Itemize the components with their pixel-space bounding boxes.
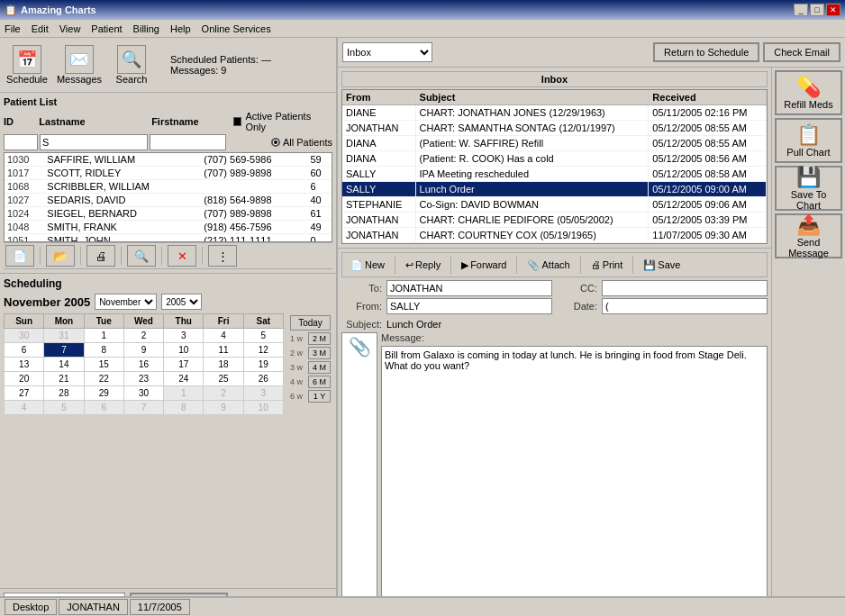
calendar-day[interactable]: 30	[5, 329, 44, 343]
from-input[interactable]	[386, 298, 552, 314]
patient-row[interactable]: 1024 SIEGEL, BERNARD (707) 989-9898 61	[5, 207, 332, 221]
refill-meds-button[interactable]: 💊 Refill Meds	[775, 70, 842, 115]
calendar-day[interactable]: 13	[5, 358, 44, 372]
calendar-day[interactable]: 3	[243, 386, 283, 401]
patient-row[interactable]: 1017 SCOTT, RIDLEY (707) 989-9898 60	[5, 167, 332, 180]
open-folder-button[interactable]: 📂	[46, 245, 75, 267]
close-button[interactable]: ✕	[826, 4, 840, 16]
calendar-day[interactable]: 28	[44, 386, 84, 401]
all-patients-radio[interactable]: All Patients	[271, 137, 332, 148]
schedule-button[interactable]: 📅 Schedule	[5, 42, 50, 87]
new-patient-button[interactable]: 📄	[5, 245, 34, 267]
minimize-button[interactable]: _	[794, 4, 808, 16]
forward-button[interactable]: ▶ Forward	[456, 257, 512, 274]
cc-input[interactable]	[602, 280, 768, 296]
inbox-row[interactable]: JONATHAN CHART: SAMANTHA SONTAG (12/01/1…	[342, 121, 767, 136]
calendar-day[interactable]: 20	[5, 372, 44, 386]
menu-help[interactable]: Help	[170, 23, 191, 34]
calendar-day[interactable]: 5	[44, 401, 84, 415]
patient-row[interactable]: 1068 SCRIBBLER, WILLIAM 6	[5, 180, 332, 194]
search-button[interactable]: 🔍 Search	[109, 42, 154, 87]
inbox-row[interactable]: DIANA (Patient: W. SAFFIRE) Refill 05/12…	[342, 136, 767, 151]
week-button[interactable]: 3 M	[308, 347, 331, 359]
inbox-select[interactable]: Inbox	[342, 42, 432, 62]
firstname-search-input[interactable]	[150, 134, 226, 150]
calendar-day[interactable]: 19	[243, 358, 283, 372]
new-message-button[interactable]: 📄 New	[345, 257, 390, 274]
return-to-schedule-button[interactable]: Return to Schedule	[653, 42, 759, 62]
menu-view[interactable]: View	[59, 23, 81, 34]
year-select[interactable]: 2005	[161, 294, 202, 310]
attach-button[interactable]: 📎 Attach	[522, 257, 575, 274]
pull-chart-button[interactable]: 📋 Pull Chart	[775, 118, 842, 163]
messages-button[interactable]: ✉️ Messages	[57, 42, 102, 87]
maximize-button[interactable]: □	[810, 4, 824, 16]
calendar-day[interactable]: 8	[164, 401, 204, 415]
calendar-day[interactable]: 1	[164, 386, 204, 401]
month-select[interactable]: November	[95, 294, 157, 310]
patient-row[interactable]: 1030 SAFFIRE, WILLIAM (707) 569-5986 59	[5, 153, 332, 167]
calendar-day[interactable]: 10	[243, 401, 283, 415]
save-to-chart-button[interactable]: 💾 Save To Chart	[775, 166, 842, 211]
inbox-row[interactable]: JONATHAN CHART: COURTNEY COX (05/19/1965…	[342, 228, 767, 243]
calendar-day[interactable]: 14	[44, 358, 84, 372]
calendar-day[interactable]: 29	[84, 386, 123, 401]
week-button[interactable]: 1 Y	[308, 390, 331, 403]
calendar-day[interactable]: 27	[5, 386, 44, 401]
reply-button[interactable]: ↩ Reply	[400, 257, 446, 274]
calendar-day[interactable]: 22	[84, 372, 123, 386]
active-patients-checkbox[interactable]: Active Patients Only	[233, 111, 332, 132]
delete-button[interactable]: ✕	[168, 245, 196, 267]
week-button[interactable]: 6 M	[308, 376, 331, 388]
calendar-day[interactable]: 4	[5, 401, 44, 415]
calendar-day[interactable]: 31	[44, 329, 84, 343]
calendar-day[interactable]: 24	[164, 372, 204, 386]
calendar-day[interactable]: 23	[123, 372, 163, 386]
inbox-row[interactable]: DIANA (Patient: R. COOK) Has a cold 05/1…	[342, 151, 767, 167]
week-button[interactable]: 2 M	[308, 332, 331, 345]
lastname-search-input[interactable]	[40, 134, 148, 150]
calendar-day[interactable]: 21	[44, 372, 84, 386]
calendar-day[interactable]: 16	[123, 358, 163, 372]
date-input[interactable]	[602, 298, 768, 314]
calendar-day[interactable]: 5	[243, 329, 283, 343]
calendar-day[interactable]: 11	[204, 343, 243, 358]
message-text-area[interactable]: Bill from Galaxo is coming in today at l…	[381, 346, 768, 612]
calendar-day[interactable]: 9	[204, 401, 243, 415]
save-message-button[interactable]: 💾 Save	[638, 257, 686, 274]
calendar-day[interactable]: 4	[204, 329, 243, 343]
calendar-day[interactable]: 26	[243, 372, 283, 386]
calendar-day[interactable]: 7	[44, 343, 84, 358]
send-message-button[interactable]: 📤 Send Message	[775, 213, 842, 258]
calendar-day[interactable]: 15	[84, 358, 123, 372]
patient-row[interactable]: 1051 SMITH, JOHN (212) 111-1111 0	[5, 234, 332, 243]
inbox-row[interactable]: SALLY Lunch Order 05/12/2005 09:00 AM	[342, 182, 767, 197]
calendar-day[interactable]: 17	[164, 358, 204, 372]
calendar-day[interactable]: 10	[164, 343, 204, 358]
calendar-day[interactable]: 6	[5, 343, 44, 358]
calendar-day[interactable]: 2	[123, 329, 163, 343]
patient-row[interactable]: 1048 SMITH, FRANK (918) 456-7596 49	[5, 221, 332, 234]
menu-edit[interactable]: Edit	[32, 23, 49, 34]
calendar-day[interactable]: 7	[123, 401, 163, 415]
print-message-button[interactable]: 🖨 Print	[586, 257, 629, 273]
menu-file[interactable]: File	[5, 23, 21, 34]
week-button[interactable]: 4 M	[308, 361, 331, 374]
inbox-row[interactable]: STEPHANIE Co-Sign: DAVID BOWMAN 05/12/20…	[342, 197, 767, 213]
inbox-row[interactable]: SALLY IPA Meeting rescheduled 05/12/2005…	[342, 167, 767, 182]
calendar-day[interactable]: 2	[204, 386, 243, 401]
calendar-day[interactable]: 8	[84, 343, 123, 358]
inbox-row[interactable]: DIANE CHART: JONATHAN JONES (12/29/1963)…	[342, 105, 767, 121]
calendar-day[interactable]: 18	[204, 358, 243, 372]
to-input[interactable]	[386, 280, 552, 296]
inbox-row[interactable]: JONATHAN CHART: CHARLIE PEDIFORE (05/05/…	[342, 213, 767, 228]
find-button[interactable]: 🔍	[127, 245, 156, 267]
calendar-day[interactable]: 9	[123, 343, 163, 358]
calendar-day[interactable]: 6	[84, 401, 123, 415]
menu-billing[interactable]: Billing	[133, 23, 159, 34]
today-button[interactable]: Today	[290, 315, 331, 331]
window-controls[interactable]: _ □ ✕	[794, 4, 840, 16]
calendar-day[interactable]: 25	[204, 372, 243, 386]
menu-patient[interactable]: Patient	[91, 23, 122, 34]
id-search-input[interactable]	[4, 134, 38, 150]
